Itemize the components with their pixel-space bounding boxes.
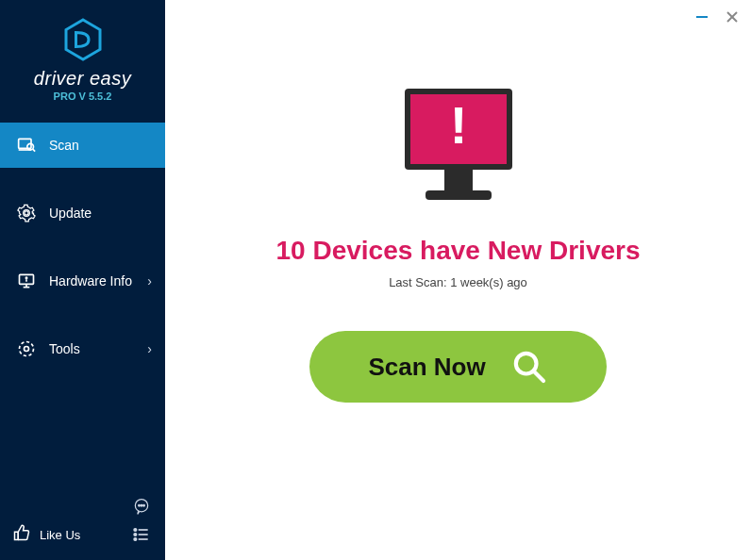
like-us-button[interactable]: Like Us: [13, 524, 80, 545]
gear-icon: [17, 204, 36, 222]
svg-rect-31: [426, 190, 492, 200]
minimize-button[interactable]: [693, 8, 711, 26]
sidebar-item-update[interactable]: Update: [0, 190, 165, 236]
minimize-icon: [695, 10, 709, 24]
svg-rect-16: [15, 532, 19, 539]
scan-now-button[interactable]: Scan Now: [309, 331, 606, 403]
sidebar: driver easy PRO V 5.5.2 Scan: [0, 0, 165, 560]
svg-rect-30: [444, 170, 473, 190]
scan-button-label: Scan Now: [368, 353, 485, 382]
sidebar-item-label: Update: [49, 206, 148, 221]
alert-monitor-icon: !: [388, 79, 529, 215]
close-button[interactable]: [723, 8, 742, 26]
feedback-button[interactable]: [131, 496, 152, 517]
brand-version: PRO V 5.5.2: [54, 91, 112, 102]
footer-icons: [131, 496, 152, 545]
sidebar-nav: Scan Update Hardware I: [0, 123, 165, 486]
list-icon: [132, 525, 151, 544]
like-label: Like Us: [40, 528, 80, 542]
logo-area: driver easy PRO V 5.5.2: [0, 0, 165, 117]
main-content: ! 10 Devices have New Drivers Last Scan:…: [165, 0, 751, 560]
svg-point-8: [25, 211, 28, 215]
window-controls: [693, 8, 742, 26]
last-scan-text: Last Scan: 1 week(s) ago: [389, 275, 527, 289]
app-window: driver easy PRO V 5.5.2 Scan: [0, 0, 751, 560]
menu-button[interactable]: [131, 524, 152, 545]
sidebar-item-tools[interactable]: Tools ›: [0, 326, 165, 371]
thumbs-up-icon: [13, 524, 30, 545]
svg-text:!: !: [449, 95, 467, 155]
search-icon: [510, 348, 548, 386]
svg-point-21: [134, 529, 137, 532]
svg-point-19: [141, 504, 142, 506]
svg-point-15: [25, 347, 29, 352]
svg-point-18: [139, 504, 141, 506]
svg-point-23: [134, 534, 137, 536]
svg-point-14: [20, 342, 34, 356]
chevron-right-icon: ›: [147, 273, 152, 288]
sidebar-item-label: Tools: [49, 341, 148, 356]
sidebar-item-label: Scan: [49, 138, 148, 153]
svg-point-25: [134, 538, 137, 541]
monitor-info-icon: [17, 272, 36, 290]
sidebar-item-hardware-info[interactable]: Hardware Info ›: [0, 258, 165, 304]
status-headline: 10 Devices have New Drivers: [275, 236, 640, 266]
sidebar-footer: Like Us: [0, 486, 165, 560]
brand-name: driver easy: [34, 68, 131, 90]
speech-bubble-icon: [132, 497, 151, 516]
svg-point-20: [143, 504, 145, 506]
chevron-right-icon: ›: [147, 341, 152, 356]
svg-point-12: [25, 277, 26, 278]
sidebar-item-label: Hardware Info: [49, 273, 148, 288]
svg-line-33: [534, 371, 543, 381]
sidebar-item-scan[interactable]: Scan: [0, 123, 165, 168]
scan-icon: [17, 136, 36, 155]
svg-marker-3: [66, 20, 100, 59]
tools-icon: [17, 339, 36, 358]
svg-line-7: [33, 149, 36, 152]
close-icon: [726, 10, 739, 24]
logo-icon: [60, 17, 106, 62]
